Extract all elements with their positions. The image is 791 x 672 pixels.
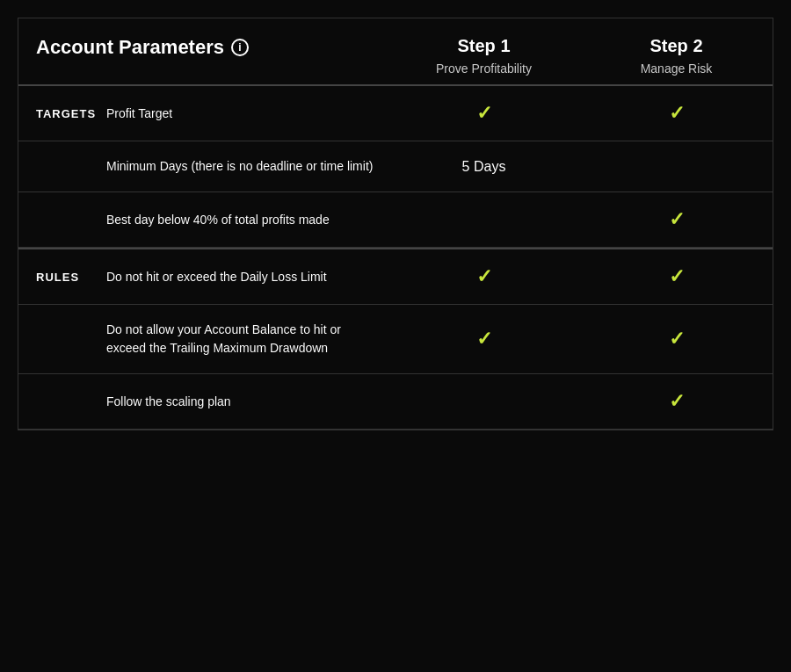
account-parameters-table: Account Parameters i Step 1 Prove Profit… <box>18 18 773 430</box>
targets-section: TARGETS Profit Target ✓ ✓ Minimum Days (… <box>18 86 773 249</box>
step2-header: Step 2 Manage Risk <box>580 36 773 76</box>
best-day-step2-check: ✓ <box>580 208 773 231</box>
best-day-text: Best day below 40% of total profits made <box>106 213 330 227</box>
checkmark-icon: ✓ <box>476 102 492 125</box>
step2-subtitle: Manage Risk <box>641 61 713 76</box>
minimum-days-bold: (there is no deadline or time limit) <box>191 159 373 173</box>
daily-loss-description: Do not hit or exceed the Daily Loss Limi… <box>106 268 388 286</box>
checkmark-icon: ✓ <box>669 328 685 350</box>
trailing-drawdown-step1-check: ✓ <box>388 328 580 350</box>
table-row: Do not allow your Account Balance to hit… <box>18 305 773 374</box>
table-row: Minimum Days (there is no deadline or ti… <box>18 141 773 192</box>
scaling-plan-step2-check: ✓ <box>580 390 773 413</box>
profit-target-description: Profit Target <box>106 105 388 123</box>
targets-section-label: TARGETS <box>18 107 106 120</box>
trailing-drawdown-link[interactable]: Trailing Maximum Drawdown <box>170 341 328 355</box>
checkmark-icon: ✓ <box>669 265 685 288</box>
checkmark-icon: ✓ <box>669 390 685 413</box>
rules-section-label: RULES <box>18 271 106 284</box>
scaling-plan-description: Follow the scaling plan <box>106 393 388 411</box>
step2-label: Step 2 <box>649 36 702 56</box>
minimum-days-step1-value: 5 Days <box>388 159 580 175</box>
table-header: Account Parameters i Step 1 Prove Profit… <box>18 18 773 86</box>
trailing-drawdown-description: Do not allow your Account Balance to hit… <box>106 321 388 358</box>
profit-target-text: Profit Target <box>106 106 172 120</box>
table-row: TARGETS Profit Target ✓ ✓ <box>18 86 773 141</box>
checkmark-icon: ✓ <box>476 265 492 288</box>
daily-loss-text: Do not hit or exceed the Daily Loss Limi… <box>106 270 327 284</box>
best-day-description: Best day below 40% of total profits made <box>106 211 388 229</box>
minimum-days-text: Minimum Days (there is no deadline or ti… <box>106 159 373 173</box>
step1-label: Step 1 <box>457 36 510 56</box>
minimum-days-days-text: 5 Days <box>462 159 506 175</box>
checkmark-icon: ✓ <box>669 102 685 125</box>
scaling-plan-text: Follow the scaling plan <box>106 394 231 408</box>
page-title: Account Parameters <box>36 36 224 59</box>
trailing-drawdown-step2-check: ✓ <box>580 328 773 350</box>
header-title-cell: Account Parameters i <box>18 36 388 76</box>
rules-section: RULES Do not hit or exceed the Daily Los… <box>18 249 773 430</box>
daily-loss-step2-check: ✓ <box>580 265 773 288</box>
scaling-plan-link[interactable]: scaling plan <box>166 394 231 408</box>
daily-loss-link[interactable]: Daily Loss Limit <box>241 270 327 284</box>
step1-header: Step 1 Prove Profitability <box>388 36 580 76</box>
checkmark-icon: ✓ <box>669 208 685 231</box>
table-row: Follow the scaling plan ✓ <box>18 374 773 430</box>
trailing-drawdown-text: Do not allow your Account Balance to hit… <box>106 322 341 355</box>
profit-target-step2-check: ✓ <box>580 102 773 125</box>
step1-subtitle: Prove Profitability <box>436 61 532 76</box>
minimum-days-description: Minimum Days (there is no deadline or ti… <box>106 157 388 176</box>
daily-loss-step1-check: ✓ <box>388 265 580 288</box>
info-icon[interactable]: i <box>231 39 249 56</box>
table-row: Best day below 40% of total profits made… <box>18 192 773 248</box>
profit-target-step1-check: ✓ <box>388 102 580 125</box>
checkmark-icon: ✓ <box>476 328 492 350</box>
table-row: RULES Do not hit or exceed the Daily Los… <box>18 249 773 305</box>
